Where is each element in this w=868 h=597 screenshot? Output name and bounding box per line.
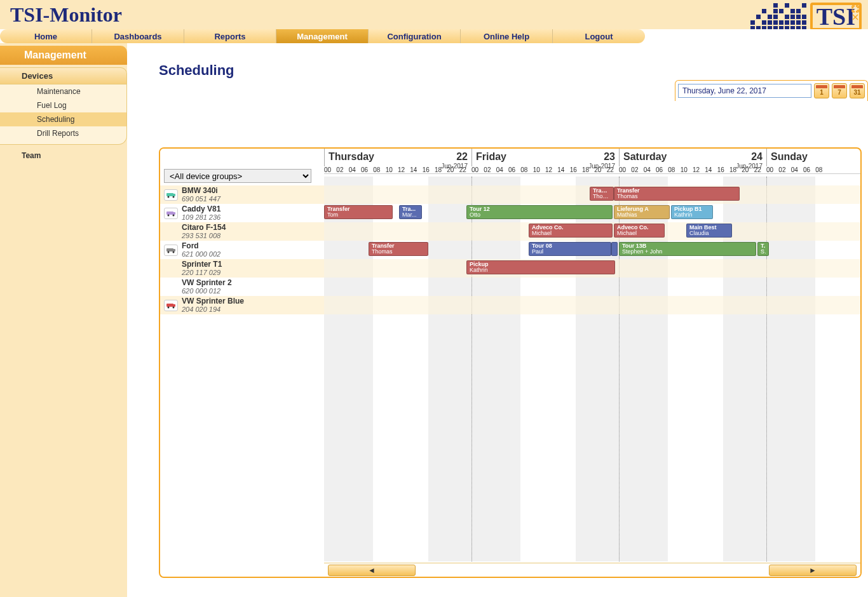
- device-group-select[interactable]: <All device groups>: [164, 169, 311, 183]
- device-row[interactable]: Ford621 000 002: [160, 241, 324, 259]
- schedule-event[interactable]: T...St...: [757, 242, 769, 256]
- sidebar-item-fuel-log[interactable]: Fuel Log: [0, 98, 126, 112]
- hour-label: 20: [742, 166, 749, 173]
- schedule-event[interactable]: Tour 13BStephen + John: [619, 242, 756, 256]
- hour-label: 00: [766, 166, 773, 173]
- sidebar-item-maintenance[interactable]: Maintenance: [0, 84, 126, 98]
- hour-label: 12: [398, 166, 405, 173]
- hour-label: 22: [459, 166, 466, 173]
- view-day-button[interactable]: 1: [814, 83, 829, 98]
- hour-label: 04: [644, 166, 651, 173]
- schedule-event[interactable]: Tour 08Paul: [529, 242, 611, 256]
- device-row[interactable]: BMW 340i690 051 447: [160, 185, 324, 204]
- svg-rect-8: [166, 248, 173, 252]
- schedule-event[interactable]: Tour 12Otto: [466, 205, 613, 219]
- logo-dots-icon: [750, 3, 806, 30]
- svg-point-14: [168, 306, 170, 308]
- nav-management[interactable]: Management: [276, 29, 369, 43]
- schedule-row: [324, 296, 860, 314]
- device-name: VW Sprinter 2: [182, 279, 232, 287]
- schedule-event[interactable]: Adveco Co.Michael: [529, 224, 613, 238]
- schedule-event[interactable]: Transf...Thomas: [590, 187, 614, 201]
- device-row[interactable]: VW Sprinter Blue204 020 194: [160, 296, 324, 314]
- nav-logout[interactable]: Logout: [553, 29, 645, 43]
- hour-label: 20: [447, 166, 454, 173]
- sidebar-item-drill-reports[interactable]: Drill Reports: [0, 126, 126, 140]
- hour-label: 06: [803, 166, 810, 173]
- vehicle-icon: [164, 245, 178, 256]
- nav-dashboards[interactable]: Dashboards: [92, 29, 184, 43]
- sidebar-item-scheduling[interactable]: Scheduling: [0, 112, 126, 126]
- schedule-row: Transf...ThomasTransferThomas: [324, 185, 860, 204]
- hour-label: 06: [361, 166, 368, 173]
- hour-label: 18: [582, 166, 589, 173]
- schedule-event[interactable]: TransferThomas: [369, 242, 428, 256]
- schedule-event[interactable]: Tra...Mar...: [399, 205, 422, 219]
- schedule-event[interactable]: TransferTom: [324, 205, 393, 219]
- device-row[interactable]: Citaro F-154293 531 008: [160, 222, 324, 241]
- schedule-event[interactable]: Adveco Co.Michael: [614, 224, 665, 238]
- view-week-button[interactable]: 7: [832, 83, 847, 98]
- sidebar-section-devices[interactable]: Devices: [0, 67, 127, 84]
- device-row[interactable]: Sprinter T1220 117 029: [160, 259, 324, 278]
- svg-point-15: [173, 306, 175, 308]
- hour-label: 22: [607, 166, 614, 173]
- hour-label: 06: [508, 166, 515, 173]
- svg-rect-4: [166, 211, 173, 215]
- collapse-icon[interactable]: [851, 13, 859, 21]
- hour-label: 04: [791, 166, 798, 173]
- hour-label: 08: [815, 166, 822, 173]
- hour-label: 02: [484, 166, 491, 173]
- device-id: 220 117 029: [182, 269, 222, 276]
- day-header: Sunday: [766, 149, 830, 166]
- svg-rect-5: [173, 212, 175, 215]
- logo-area: TSI: [750, 3, 862, 30]
- vehicle-icon: [164, 208, 178, 219]
- schedule-event[interactable]: TP: [611, 242, 618, 256]
- hour-label: 00: [619, 166, 626, 173]
- schedule-event[interactable]: PickupKathrin: [466, 260, 615, 274]
- schedule-row: [324, 278, 860, 296]
- schedule-row: TransferTomTra...Mar...Tour 12OttoLiefer…: [324, 204, 860, 222]
- svg-point-6: [168, 214, 170, 216]
- sidebar-section-team[interactable]: Team: [0, 145, 127, 163]
- hour-label: 22: [754, 166, 761, 173]
- sidebar-header: Management: [0, 46, 127, 65]
- hour-label: 08: [520, 166, 527, 173]
- view-month-button[interactable]: 31: [850, 83, 865, 98]
- svg-point-2: [168, 196, 170, 198]
- hour-label: 08: [668, 166, 675, 173]
- scroll-right-button[interactable]: ►: [769, 565, 857, 576]
- device-id: 621 000 002: [182, 250, 220, 258]
- svg-rect-0: [166, 193, 173, 196]
- hour-label: 08: [373, 166, 380, 173]
- device-row[interactable]: VW Sprinter 2620 000 012: [160, 278, 324, 296]
- vehicle-icon: [164, 189, 178, 201]
- schedule-event[interactable]: Pickup B1Kathrin: [671, 205, 713, 219]
- hour-label: 14: [705, 166, 712, 173]
- app-title: TSI-Monitor: [0, 3, 122, 27]
- device-id: 109 281 236: [182, 213, 220, 221]
- nav-configuration[interactable]: Configuration: [369, 29, 461, 43]
- day-header: Friday23Jun-2017: [471, 149, 619, 166]
- expand-icon[interactable]: [851, 5, 859, 13]
- schedule-row: TransferThomasTour 08PaulTPTour 13BSteph…: [324, 241, 860, 259]
- schedule-event[interactable]: TransferThomas: [614, 187, 740, 201]
- hour-label: 06: [656, 166, 663, 173]
- svg-rect-13: [173, 304, 175, 307]
- schedule-event[interactable]: Lieferung AMathias: [614, 205, 670, 219]
- day-header: Thursday22Jun-2017: [324, 149, 471, 166]
- nav-home[interactable]: Home: [0, 29, 92, 43]
- hour-label: 12: [545, 166, 552, 173]
- schedule-event[interactable]: Main BestClaudia: [686, 224, 732, 238]
- nav-online-help[interactable]: Online Help: [461, 29, 553, 43]
- nav-reports[interactable]: Reports: [184, 29, 276, 43]
- device-row[interactable]: Caddy V81109 281 236: [160, 204, 324, 222]
- scroll-left-button[interactable]: ◄: [328, 565, 416, 576]
- hour-label: 16: [423, 166, 430, 173]
- hour-label: 02: [336, 166, 343, 173]
- date-input[interactable]: [678, 84, 811, 98]
- svg-rect-9: [173, 249, 175, 252]
- top-nav: HomeDashboardsReportsManagementConfigura…: [0, 29, 868, 43]
- svg-point-7: [173, 214, 175, 216]
